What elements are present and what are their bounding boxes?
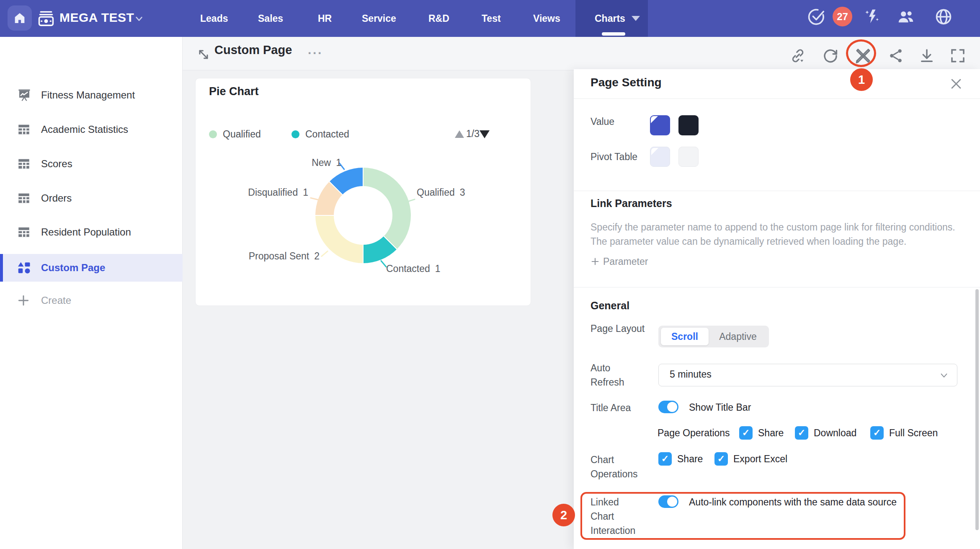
auto-refresh-label: Auto Refresh	[591, 361, 641, 389]
sidebar-item-label: Custom Page	[41, 262, 105, 274]
workspace-app-icon	[37, 9, 55, 29]
workspace-chevron-down-icon[interactable]	[133, 14, 145, 25]
slice-label-qualified: Qualified3	[417, 187, 517, 198]
chart-operations-label: Chart Operations	[591, 453, 645, 481]
divider	[574, 98, 980, 99]
layout-option-scroll[interactable]: Scroll	[661, 328, 709, 345]
page-layout-segmented-control: Scroll Adaptive	[658, 326, 769, 347]
nav-tab-leads[interactable]: Leads	[200, 0, 228, 37]
legend-dot-qualified	[209, 130, 217, 138]
legend-page-up-icon[interactable]	[455, 130, 464, 138]
workspace-title[interactable]: MEGA TEST	[59, 10, 134, 25]
link-parameters-heading: Link Parameters	[591, 197, 672, 210]
close-icon[interactable]	[949, 77, 963, 93]
value-label: Value	[591, 114, 653, 129]
page-op-share-checkbox[interactable]	[739, 426, 753, 440]
top-nav-bar: MEGA TEST Leads Sales HR Service R&D Tes…	[0, 0, 980, 37]
annotation-badge-1: 1	[850, 68, 873, 91]
nav-tab-rd[interactable]: R&D	[428, 0, 449, 37]
nav-tab-service[interactable]: Service	[362, 0, 396, 37]
sidebar-item-fitness-management[interactable]: Fitness Management	[0, 81, 183, 109]
nav-tab-views[interactable]: Views	[533, 0, 560, 37]
donut-hole	[334, 186, 392, 245]
charts-caret-down-icon[interactable]	[632, 16, 640, 21]
annotation-box-2	[580, 492, 905, 540]
legend-label-qualified[interactable]: Qualified	[223, 129, 261, 140]
nav-tab-charts[interactable]: Charts	[595, 0, 625, 37]
magic-sparkle-icon[interactable]	[862, 7, 882, 28]
sidebar: Fitness Management Academic Statistics S…	[0, 37, 183, 549]
sidebar-create-button[interactable]: Create	[0, 287, 183, 314]
slice-label-contacted: Contacted1	[386, 263, 487, 274]
pivot-color-swatch-gray[interactable]	[678, 147, 699, 167]
sidebar-item-resident-population[interactable]: Resident Population	[0, 218, 183, 246]
pivot-color-swatch-lavender[interactable]	[650, 147, 670, 167]
value-color-swatch-blue[interactable]	[650, 115, 670, 135]
notification-badge[interactable]: 27	[833, 7, 852, 26]
share-icon[interactable]	[887, 47, 905, 66]
chart-op-export-excel-label: Export Excel	[733, 453, 787, 465]
table-icon	[17, 225, 32, 239]
nav-tab-sales[interactable]: Sales	[258, 0, 283, 37]
fullscreen-icon[interactable]	[949, 47, 967, 66]
sidebar-item-label: Fitness Management	[41, 89, 135, 101]
refresh-icon[interactable]	[822, 47, 839, 66]
table-icon	[17, 122, 32, 137]
divider	[574, 287, 980, 287]
more-options-icon[interactable]: ···	[308, 46, 323, 60]
approval-check-circle-icon[interactable]	[807, 7, 826, 28]
auto-refresh-select[interactable]: 5 minutes	[658, 364, 957, 386]
chart-title: Pie Chart	[209, 85, 259, 98]
members-people-icon[interactable]	[896, 7, 916, 28]
page-setting-panel: Page Setting Value Pivot Table Link Para…	[574, 69, 980, 549]
expand-diagonal-arrow-icon[interactable]	[196, 47, 211, 64]
chart-op-share-checkbox[interactable]	[658, 452, 672, 466]
sidebar-item-orders[interactable]: Orders	[0, 184, 183, 212]
globe-icon[interactable]	[934, 7, 953, 28]
table-icon	[17, 191, 32, 205]
download-icon[interactable]	[918, 47, 936, 66]
annotation-ring-1	[846, 39, 876, 67]
auto-refresh-value: 5 minutes	[670, 369, 712, 380]
annotation-badge-2: 2	[552, 504, 575, 526]
general-heading: General	[591, 300, 629, 312]
title-area-label: Title Area	[591, 401, 653, 415]
sidebar-item-label: Scores	[41, 158, 72, 170]
layout-option-adaptive[interactable]: Adaptive	[709, 328, 767, 345]
plus-icon	[591, 257, 600, 266]
page-title: Custom Page	[214, 43, 292, 57]
create-label: Create	[41, 295, 71, 306]
link-parameters-description-1: Specify the parameter name to append to …	[591, 220, 980, 234]
value-color-swatch-black[interactable]	[678, 115, 699, 135]
nav-tab-test[interactable]: Test	[482, 0, 501, 37]
home-button[interactable]	[8, 5, 32, 31]
sidebar-item-scores[interactable]: Scores	[0, 150, 183, 178]
nav-tab-hr[interactable]: HR	[318, 0, 332, 37]
presentation-chart-icon	[17, 88, 32, 103]
sidebar-item-label: Resident Population	[41, 226, 131, 238]
legend-page-count: 1/3	[466, 128, 480, 140]
chevron-down-icon	[939, 371, 949, 382]
legend-label-contacted[interactable]: Contacted	[305, 129, 349, 140]
leader-line-disqualified	[310, 197, 319, 200]
panel-title: Page Setting	[591, 76, 662, 89]
copy-link-icon[interactable]	[789, 47, 807, 66]
app-window: MEGA TEST Leads Sales HR Service R&D Tes…	[0, 0, 980, 549]
page-op-download-checkbox[interactable]	[795, 426, 808, 440]
legend-page-down-icon[interactable]	[480, 130, 490, 138]
slice-label-disqualified: Disqualified1	[216, 187, 308, 198]
panel-scrollbar[interactable]	[975, 289, 979, 530]
add-parameter-button[interactable]: Parameter	[591, 256, 648, 267]
chart-op-export-excel-checkbox[interactable]	[714, 452, 728, 466]
page-op-fullscreen-checkbox[interactable]	[870, 426, 884, 440]
page-operations-label: Page Operations	[658, 427, 730, 439]
show-title-bar-toggle[interactable]	[658, 401, 678, 413]
sidebar-item-custom-page[interactable]: Custom Page	[0, 254, 183, 282]
legend-dot-contacted	[291, 130, 299, 138]
page-op-download-label: Download	[814, 427, 856, 439]
leader-line-proposal-sent	[321, 250, 329, 257]
sidebar-item-academic-statistics[interactable]: Academic Statistics	[0, 116, 183, 143]
shapes-icon	[17, 260, 32, 275]
home-icon	[13, 11, 26, 25]
slice-label-new: New1	[249, 157, 341, 168]
